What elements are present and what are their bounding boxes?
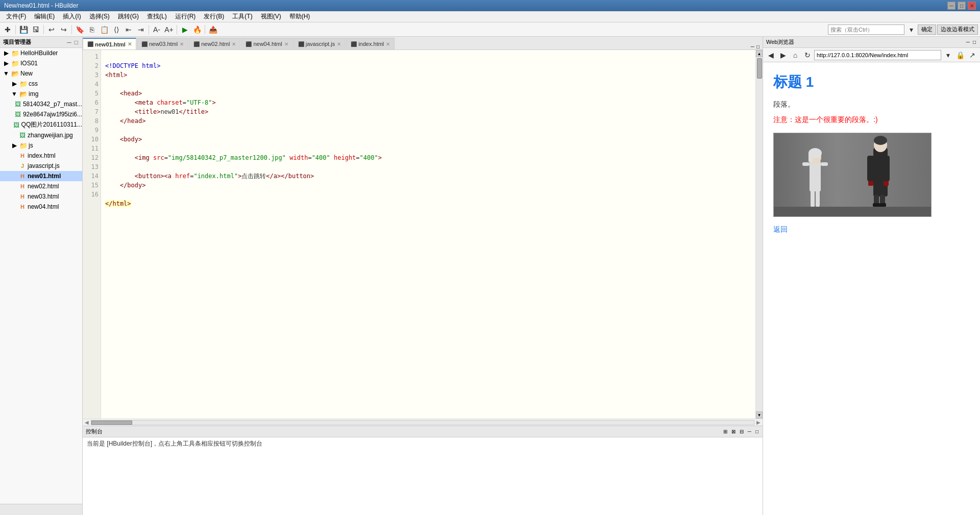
menu-file[interactable]: 文件(F) bbox=[2, 11, 30, 22]
html-icon: H bbox=[18, 192, 27, 201]
tab-index[interactable]: ⬛ index.html ✕ bbox=[346, 38, 395, 50]
hscroll-right-arrow[interactable]: ▶ bbox=[754, 420, 763, 425]
tree-item-IOS01[interactable]: ▶ 📁 IOS01 bbox=[0, 58, 82, 68]
increase-font-button[interactable]: A+ bbox=[163, 24, 175, 35]
tab-new02[interactable]: ⬛ new02.html ✕ bbox=[189, 38, 240, 50]
hscroll-left-arrow[interactable]: ◀ bbox=[83, 420, 91, 425]
browser-back-button[interactable]: ◀ bbox=[765, 50, 776, 61]
browser-external-button[interactable]: ↗ bbox=[967, 50, 978, 61]
menu-tools[interactable]: 工具(T) bbox=[228, 11, 256, 22]
scroll-up-button[interactable]: ▲ bbox=[756, 50, 763, 57]
tab-close-button[interactable]: ✕ bbox=[128, 41, 132, 47]
outdent-button[interactable]: ⇤ bbox=[123, 24, 134, 35]
debug-button[interactable]: 🔥 bbox=[191, 24, 203, 35]
editor-panel-minimize[interactable]: ─ bbox=[750, 44, 755, 50]
html-tab-icon: ⬛ bbox=[141, 41, 148, 47]
editor-panel-maximize[interactable]: □ bbox=[755, 44, 761, 50]
menu-insert[interactable]: 插入(I) bbox=[59, 11, 85, 22]
new-file-button[interactable]: ✚ bbox=[2, 24, 13, 35]
url-dropdown-button[interactable]: ▾ bbox=[942, 50, 953, 61]
html-tab-icon: ⬛ bbox=[246, 41, 252, 47]
menu-find[interactable]: 查找(L) bbox=[143, 11, 171, 22]
tree-item-css[interactable]: ▶ 📁 css bbox=[0, 79, 82, 89]
tab-close-button[interactable]: ✕ bbox=[232, 41, 236, 47]
paste-button[interactable]: 📋 bbox=[99, 24, 110, 35]
tree-item-index-html[interactable]: H index.html bbox=[0, 151, 82, 161]
tab-close-button[interactable]: ✕ bbox=[386, 41, 390, 47]
editor-vertical-scrollbar[interactable]: ▲ ▼ bbox=[755, 50, 763, 419]
console-icon2[interactable]: ⊠ bbox=[730, 429, 737, 434]
tree-item-New[interactable]: ▼ 📂 New bbox=[0, 68, 82, 79]
tab-new04[interactable]: ⬛ new04.html ✕ bbox=[241, 38, 292, 50]
hscroll-thumb[interactable] bbox=[91, 421, 132, 425]
console-minimize-button[interactable]: ─ bbox=[747, 429, 752, 434]
menu-help[interactable]: 帮助(H) bbox=[285, 11, 314, 22]
browser-home-button[interactable]: ⌂ bbox=[790, 50, 801, 61]
copy-button[interactable]: ⎘ bbox=[86, 24, 97, 35]
bookmark-button[interactable]: 🔖 bbox=[74, 24, 85, 35]
redo-button[interactable]: ↪ bbox=[58, 24, 69, 35]
tree-item-new03-html[interactable]: H new03.html bbox=[0, 191, 82, 202]
scroll-thumb[interactable] bbox=[757, 58, 762, 79]
decrease-font-button[interactable]: A- bbox=[151, 24, 162, 35]
save-button[interactable]: 💾 bbox=[18, 24, 29, 35]
menu-run[interactable]: 运行(R) bbox=[171, 11, 200, 22]
scroll-track[interactable] bbox=[756, 57, 763, 411]
tree-item-img1[interactable]: 🖼 58140342_p7_mast... bbox=[0, 99, 82, 109]
app-title: New/new01.html - HBuilder bbox=[4, 2, 78, 9]
html-icon: H bbox=[18, 172, 27, 180]
tree-item-img3[interactable]: 🖼 QQ图片2016110311... bbox=[0, 119, 82, 130]
panel-maximize-button[interactable]: □ bbox=[74, 39, 79, 46]
indent-button[interactable]: ⇥ bbox=[135, 24, 146, 35]
url-bar[interactable] bbox=[814, 50, 941, 60]
run-button[interactable]: ▶ bbox=[179, 24, 190, 35]
sidebar-mode-button[interactable]: 边改边看模式 bbox=[937, 24, 978, 35]
hscroll-track[interactable] bbox=[91, 420, 754, 425]
console-icon3[interactable]: ⊟ bbox=[739, 429, 745, 434]
browser-ssl-button[interactable]: 🔒 bbox=[954, 50, 966, 61]
menu-select[interactable]: 选择(S) bbox=[85, 11, 114, 22]
tree-item-img[interactable]: ▼ 📂 img bbox=[0, 89, 82, 99]
tree-item-new04-html[interactable]: H new04.html bbox=[0, 202, 82, 212]
browser-refresh-button[interactable]: ↻ bbox=[802, 50, 813, 61]
menu-view[interactable]: 视图(V) bbox=[257, 11, 285, 22]
panel-minimize-button[interactable]: ─ bbox=[66, 39, 72, 46]
tree-item-HelloHBuilder[interactable]: ▶ 📁 HelloHBuilder bbox=[0, 48, 82, 58]
minimize-button[interactable]: ─ bbox=[947, 2, 955, 10]
maximize-button[interactable]: □ bbox=[958, 2, 966, 10]
tab-new03[interactable]: ⬛ new03.html ✕ bbox=[137, 38, 188, 50]
publish-button[interactable]: 📤 bbox=[207, 24, 218, 35]
undo-button[interactable]: ↩ bbox=[46, 24, 57, 35]
close-button[interactable]: ✕ bbox=[968, 2, 976, 10]
browser-panel-minimize[interactable]: ─ bbox=[965, 39, 971, 45]
tree-label: QQ图片2016110311... bbox=[21, 120, 82, 129]
tab-javascript[interactable]: ⬛ javascript.js ✕ bbox=[293, 38, 346, 50]
code-editor[interactable]: <!DOCTYPE html> <html> <head> <meta char… bbox=[101, 50, 755, 419]
browser-panel-maximize[interactable]: □ bbox=[972, 39, 977, 45]
scroll-down-button[interactable]: ▼ bbox=[756, 411, 763, 419]
search-input[interactable] bbox=[828, 24, 904, 35]
toolbar-sep-4 bbox=[149, 25, 149, 34]
browser-return-link[interactable]: 返回 bbox=[773, 225, 788, 233]
menu-jump[interactable]: 跳转(G) bbox=[114, 11, 143, 22]
tab-close-button[interactable]: ✕ bbox=[337, 41, 341, 47]
editor-horizontal-scrollbar[interactable]: ◀ ▶ bbox=[83, 419, 763, 426]
menu-edit[interactable]: 编辑(E) bbox=[30, 11, 59, 22]
search-dropdown-button[interactable]: ▾ bbox=[905, 24, 917, 35]
tree-item-javascript-js[interactable]: J javascript.js bbox=[0, 161, 82, 171]
tree-item-zhangweijian[interactable]: 🖼 zhangweijian.jpg bbox=[0, 130, 82, 140]
tab-close-button[interactable]: ✕ bbox=[180, 41, 184, 47]
tab-close-button[interactable]: ✕ bbox=[284, 41, 288, 47]
console-maximize-button[interactable]: □ bbox=[754, 429, 760, 434]
tree-item-img2[interactable]: 🖼 92e8647ajw1f95izi6... bbox=[0, 109, 82, 119]
console-icon1[interactable]: ⊞ bbox=[722, 429, 728, 434]
menu-publish[interactable]: 发行(B) bbox=[200, 11, 228, 22]
tree-item-new01-html[interactable]: H new01.html bbox=[0, 171, 82, 181]
tab-new01[interactable]: ⬛ new01.html ✕ bbox=[83, 38, 136, 50]
format-button[interactable]: ⟨⟩ bbox=[111, 24, 122, 35]
browser-forward-button[interactable]: ▶ bbox=[777, 50, 789, 61]
tree-item-js[interactable]: ▶ 📁 js bbox=[0, 140, 82, 151]
save-all-button[interactable]: 🖫 bbox=[30, 24, 41, 35]
tree-item-new02-html[interactable]: H new02.html bbox=[0, 181, 82, 191]
search-confirm-button[interactable]: 确定 bbox=[918, 24, 936, 35]
